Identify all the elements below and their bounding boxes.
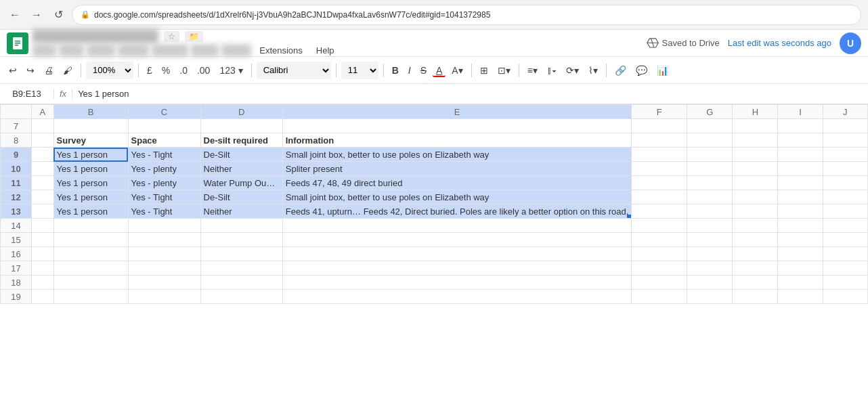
cell-j11[interactable] [823,176,867,190]
cell-e8[interactable]: Information [282,133,632,148]
col-header-b[interactable]: B [53,105,128,119]
cell-i9[interactable] [778,148,823,162]
cell-g11[interactable] [687,176,733,190]
cell-i10[interactable] [778,162,823,176]
cell-g10[interactable] [687,162,733,176]
cell-a13[interactable] [32,204,54,219]
menu-extensions[interactable]: Extensions [254,44,308,57]
cell-a8[interactable] [32,133,54,148]
cell-e9[interactable]: Small joint box, better to use poles on … [282,148,632,162]
cell-e10[interactable]: Spliter present [282,162,632,176]
cell-g9[interactable] [687,148,733,162]
cell-a7[interactable] [32,119,54,133]
percent-button[interactable]: % [158,63,173,78]
merge-button[interactable]: ⊡▾ [494,63,514,78]
bold-button[interactable]: B [389,63,402,78]
cell-c13[interactable]: Yes - Tight [128,204,200,219]
cell-d12[interactable]: De-Silt [200,190,282,204]
col-header-j[interactable]: J [823,105,867,119]
cell-g13[interactable] [687,204,733,219]
font-size-select[interactable]: 11 12 14 [341,62,378,79]
cell-e7[interactable] [282,119,632,133]
row-num-19[interactable]: 19 [1,290,32,304]
col-header-i[interactable]: I [778,105,823,119]
back-button[interactable]: ← [7,7,23,23]
cell-e12[interactable]: Small joint box, better to use poles on … [282,190,632,204]
refresh-button[interactable]: ↺ [50,7,66,23]
cell-g7[interactable] [687,119,733,133]
align-h-button[interactable]: ≡▾ [524,63,541,78]
cell-h13[interactable] [733,204,778,219]
underline-button[interactable]: A [433,63,446,77]
cell-i13[interactable] [778,204,823,219]
cell-d8[interactable]: De-silt required [200,133,282,148]
cell-reference[interactable]: B9:E13 [0,89,54,99]
align-v-button[interactable]: ⫿▾ [544,63,560,78]
format-paint-button[interactable]: 🖌 [60,63,76,78]
cell-b11[interactable]: Yes 1 person [53,176,128,190]
cell-f10[interactable] [632,162,687,176]
text-rotate-button[interactable]: ⟳▾ [563,63,582,78]
cell-a12[interactable] [32,190,54,204]
cell-j8[interactable] [823,133,867,148]
borders-button[interactable]: ⊞ [477,63,492,78]
cell-f9[interactable] [632,148,687,162]
cell-h8[interactable] [733,133,778,148]
format-123-button[interactable]: 123 ▾ [216,63,246,78]
cell-b7[interactable] [53,119,128,133]
link-button[interactable]: 🔗 [611,63,630,78]
cell-g8[interactable] [687,133,733,148]
fill-color-button[interactable]: A▾ [448,63,466,78]
cell-c8[interactable]: Space [128,133,200,148]
col-header-c[interactable]: C [128,105,200,119]
chart-button[interactable]: 📊 [653,63,672,78]
row-num-10[interactable]: 10 [1,162,32,176]
col-header-h[interactable]: H [733,105,778,119]
row-num-17[interactable]: 17 [1,261,32,276]
row-num-12[interactable]: 12 [1,190,32,204]
cell-b13[interactable]: Yes 1 person [53,204,128,219]
row-num-9[interactable]: 9 [1,148,32,162]
cell-d7[interactable] [200,119,282,133]
cell-c7[interactable] [128,119,200,133]
print-button[interactable]: 🖨 [41,63,57,78]
row-num-7[interactable]: 7 [1,119,32,133]
address-bar[interactable]: 🔒 docs.google.com/spreadsheets/d/1dXrelr… [72,5,861,25]
cell-a9[interactable] [32,148,54,162]
cell-h10[interactable] [733,162,778,176]
cell-d11[interactable]: Water Pump Ou… [200,176,282,190]
cell-j9[interactable] [823,148,867,162]
cell-h9[interactable] [733,148,778,162]
cell-f13[interactable] [632,204,687,219]
cell-e13[interactable]: Feeds 41, upturn… Feeds 42, Direct burie… [282,204,632,219]
cell-i8[interactable] [778,133,823,148]
grid-wrapper[interactable]: A B C D E F G H I J 7 [0,104,868,304]
zoom-select[interactable]: 100% 75% 125% [86,62,133,79]
decimal-inc-button[interactable]: .00 [194,63,213,78]
last-edit-text[interactable]: Last edit was seconds ago [728,38,831,48]
cell-j10[interactable] [823,162,867,176]
cell-d10[interactable]: Neither [200,162,282,176]
cell-h11[interactable] [733,176,778,190]
cell-f8[interactable] [632,133,687,148]
cell-a11[interactable] [32,176,54,190]
col-header-d[interactable]: D [200,105,282,119]
cell-f11[interactable] [632,176,687,190]
cell-h7[interactable] [733,119,778,133]
cell-f12[interactable] [632,190,687,204]
text-wrap-button[interactable]: ⌇▾ [585,63,601,78]
col-header-g[interactable]: G [687,105,733,119]
row-num-13[interactable]: 13 [1,204,32,219]
font-name-select[interactable]: Calibri Arial [257,62,331,79]
row-num-16[interactable]: 16 [1,247,32,261]
formula-input[interactable] [72,89,868,99]
cell-i7[interactable] [778,119,823,133]
cell-i12[interactable] [778,190,823,204]
row-num-15[interactable]: 15 [1,233,32,247]
row-num-11[interactable]: 11 [1,176,32,190]
undo-button[interactable]: ↩ [5,63,20,78]
cell-b10[interactable]: Yes 1 person [53,162,128,176]
currency-button[interactable]: £ [144,63,156,78]
cell-e11[interactable]: Feeds 47, 48, 49 direct buried [282,176,632,190]
cell-b9[interactable]: Yes 1 person [53,148,128,162]
